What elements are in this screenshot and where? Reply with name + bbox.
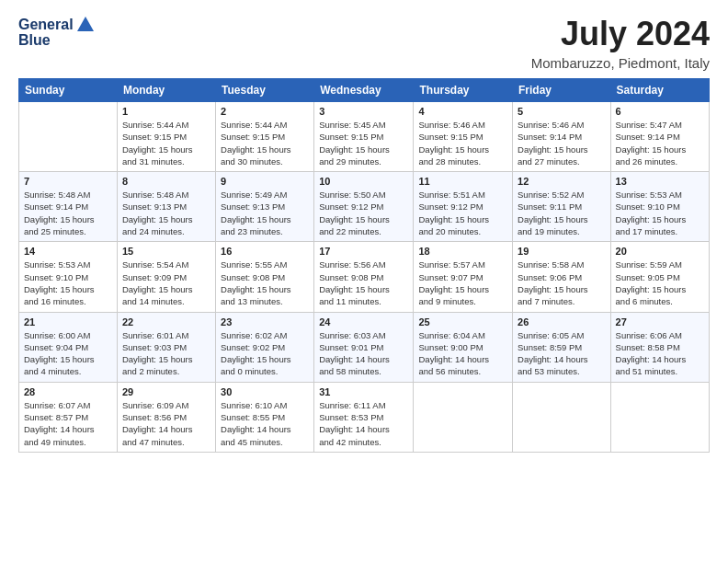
calendar-header-friday: Friday (513, 79, 611, 102)
month-title: July 2024 (531, 15, 710, 53)
calendar-cell: 19Sunrise: 5:58 AMSunset: 9:06 PMDayligh… (513, 242, 611, 312)
calendar-cell: 28Sunrise: 6:07 AMSunset: 8:57 PMDayligh… (19, 382, 118, 452)
day-number: 16 (221, 246, 309, 257)
header: General Blue July 2024 Mombaruzzo, Piedm… (18, 15, 710, 71)
calendar-week-row: 21Sunrise: 6:00 AMSunset: 9:04 PMDayligh… (19, 312, 710, 382)
page: General Blue July 2024 Mombaruzzo, Piedm… (0, 0, 728, 563)
calendar-cell (513, 382, 611, 452)
day-number: 18 (418, 246, 507, 257)
svg-marker-0 (77, 17, 94, 31)
calendar-cell: 7Sunrise: 5:48 AMSunset: 9:14 PMDaylight… (19, 172, 118, 242)
calendar-header-row: SundayMondayTuesdayWednesdayThursdayFrid… (19, 79, 710, 102)
calendar-cell: 21Sunrise: 6:00 AMSunset: 9:04 PMDayligh… (19, 312, 118, 382)
calendar-week-row: 7Sunrise: 5:48 AMSunset: 9:14 PMDaylight… (19, 172, 710, 242)
day-info: Sunrise: 5:44 AMSunset: 9:15 PMDaylight:… (122, 119, 210, 167)
calendar-cell (610, 382, 709, 452)
calendar-header-tuesday: Tuesday (216, 79, 314, 102)
day-number: 8 (122, 176, 210, 187)
day-info: Sunrise: 5:53 AMSunset: 9:10 PMDaylight:… (616, 189, 704, 237)
calendar-cell: 8Sunrise: 5:48 AMSunset: 9:13 PMDaylight… (117, 172, 215, 242)
day-number: 24 (319, 316, 408, 327)
day-number: 23 (221, 316, 309, 327)
calendar-cell: 13Sunrise: 5:53 AMSunset: 9:10 PMDayligh… (610, 172, 709, 242)
logo-icon (75, 15, 96, 35)
calendar-table: SundayMondayTuesdayWednesdayThursdayFrid… (18, 78, 710, 453)
day-info: Sunrise: 6:04 AMSunset: 9:00 PMDaylight:… (418, 329, 507, 378)
day-info: Sunrise: 6:06 AMSunset: 8:58 PMDaylight:… (616, 329, 704, 378)
day-number: 27 (616, 316, 704, 327)
day-number: 26 (518, 316, 606, 327)
day-number: 11 (418, 176, 507, 187)
day-number: 25 (418, 316, 507, 327)
day-number: 19 (518, 246, 606, 257)
day-number: 20 (616, 246, 704, 257)
day-number: 29 (122, 386, 210, 397)
calendar-cell: 20Sunrise: 5:59 AMSunset: 9:05 PMDayligh… (610, 242, 709, 312)
title-block: July 2024 Mombaruzzo, Piedmont, Italy (531, 15, 710, 71)
calendar-cell: 30Sunrise: 6:10 AMSunset: 8:55 PMDayligh… (216, 382, 314, 452)
calendar-cell: 14Sunrise: 5:53 AMSunset: 9:10 PMDayligh… (19, 242, 118, 312)
calendar-cell: 12Sunrise: 5:52 AMSunset: 9:11 PMDayligh… (513, 172, 611, 242)
day-info: Sunrise: 6:03 AMSunset: 9:01 PMDaylight:… (319, 329, 408, 378)
logo: General Blue (18, 15, 96, 49)
calendar-header-saturday: Saturday (610, 79, 709, 102)
day-number: 7 (24, 176, 112, 187)
day-info: Sunrise: 5:52 AMSunset: 9:11 PMDaylight:… (518, 189, 606, 237)
calendar-week-row: 1Sunrise: 5:44 AMSunset: 9:15 PMDaylight… (19, 102, 710, 172)
calendar-cell: 2Sunrise: 5:44 AMSunset: 9:15 PMDaylight… (216, 102, 314, 172)
calendar-cell: 16Sunrise: 5:55 AMSunset: 9:08 PMDayligh… (216, 242, 314, 312)
day-info: Sunrise: 5:50 AMSunset: 9:12 PMDaylight:… (319, 189, 408, 237)
day-number: 22 (122, 316, 210, 327)
day-info: Sunrise: 5:56 AMSunset: 9:08 PMDaylight:… (319, 259, 408, 307)
location-title: Mombaruzzo, Piedmont, Italy (531, 55, 710, 71)
day-info: Sunrise: 5:48 AMSunset: 9:14 PMDaylight:… (24, 189, 112, 237)
calendar-cell: 18Sunrise: 5:57 AMSunset: 9:07 PMDayligh… (414, 242, 513, 312)
day-info: Sunrise: 6:09 AMSunset: 8:56 PMDaylight:… (122, 399, 210, 448)
day-info: Sunrise: 5:44 AMSunset: 9:15 PMDaylight:… (221, 119, 309, 167)
calendar-cell (414, 382, 513, 452)
calendar-header-monday: Monday (117, 79, 215, 102)
calendar-cell: 27Sunrise: 6:06 AMSunset: 8:58 PMDayligh… (610, 312, 709, 382)
calendar-cell: 1Sunrise: 5:44 AMSunset: 9:15 PMDaylight… (117, 102, 215, 172)
calendar-header-sunday: Sunday (19, 79, 118, 102)
day-info: Sunrise: 5:48 AMSunset: 9:13 PMDaylight:… (122, 189, 210, 237)
calendar-cell: 6Sunrise: 5:47 AMSunset: 9:14 PMDaylight… (610, 102, 709, 172)
day-info: Sunrise: 6:07 AMSunset: 8:57 PMDaylight:… (24, 399, 112, 448)
day-number: 2 (221, 106, 309, 117)
calendar-week-row: 28Sunrise: 6:07 AMSunset: 8:57 PMDayligh… (19, 382, 710, 452)
calendar-cell: 11Sunrise: 5:51 AMSunset: 9:12 PMDayligh… (414, 172, 513, 242)
day-number: 6 (616, 106, 704, 117)
calendar-cell: 25Sunrise: 6:04 AMSunset: 9:00 PMDayligh… (414, 312, 513, 382)
day-number: 10 (319, 176, 408, 187)
day-info: Sunrise: 6:05 AMSunset: 8:59 PMDaylight:… (518, 329, 606, 378)
day-number: 15 (122, 246, 210, 257)
day-info: Sunrise: 6:11 AMSunset: 8:53 PMDaylight:… (319, 399, 408, 448)
day-number: 14 (24, 246, 112, 257)
day-number: 9 (221, 176, 309, 187)
day-number: 4 (418, 106, 507, 117)
calendar-cell (19, 102, 118, 172)
day-number: 1 (122, 106, 210, 117)
day-info: Sunrise: 5:57 AMSunset: 9:07 PMDaylight:… (418, 259, 507, 307)
calendar-header-wednesday: Wednesday (314, 79, 414, 102)
day-number: 12 (518, 176, 606, 187)
day-info: Sunrise: 5:59 AMSunset: 9:05 PMDaylight:… (616, 259, 704, 307)
calendar-cell: 15Sunrise: 5:54 AMSunset: 9:09 PMDayligh… (117, 242, 215, 312)
calendar-cell: 10Sunrise: 5:50 AMSunset: 9:12 PMDayligh… (314, 172, 414, 242)
day-info: Sunrise: 5:51 AMSunset: 9:12 PMDaylight:… (418, 189, 507, 237)
day-info: Sunrise: 5:53 AMSunset: 9:10 PMDaylight:… (24, 259, 112, 307)
calendar-cell: 31Sunrise: 6:11 AMSunset: 8:53 PMDayligh… (314, 382, 414, 452)
day-number: 17 (319, 246, 408, 257)
day-number: 21 (24, 316, 112, 327)
logo-text-line2: Blue (18, 31, 51, 49)
day-info: Sunrise: 5:55 AMSunset: 9:08 PMDaylight:… (221, 259, 309, 307)
calendar-cell: 17Sunrise: 5:56 AMSunset: 9:08 PMDayligh… (314, 242, 414, 312)
calendar-cell: 3Sunrise: 5:45 AMSunset: 9:15 PMDaylight… (314, 102, 414, 172)
day-info: Sunrise: 6:01 AMSunset: 9:03 PMDaylight:… (122, 329, 210, 378)
day-number: 5 (518, 106, 606, 117)
calendar-cell: 23Sunrise: 6:02 AMSunset: 9:02 PMDayligh… (216, 312, 314, 382)
day-info: Sunrise: 6:00 AMSunset: 9:04 PMDaylight:… (24, 329, 112, 378)
day-info: Sunrise: 5:49 AMSunset: 9:13 PMDaylight:… (221, 189, 309, 237)
day-number: 28 (24, 386, 112, 397)
day-info: Sunrise: 5:46 AMSunset: 9:15 PMDaylight:… (418, 119, 507, 167)
